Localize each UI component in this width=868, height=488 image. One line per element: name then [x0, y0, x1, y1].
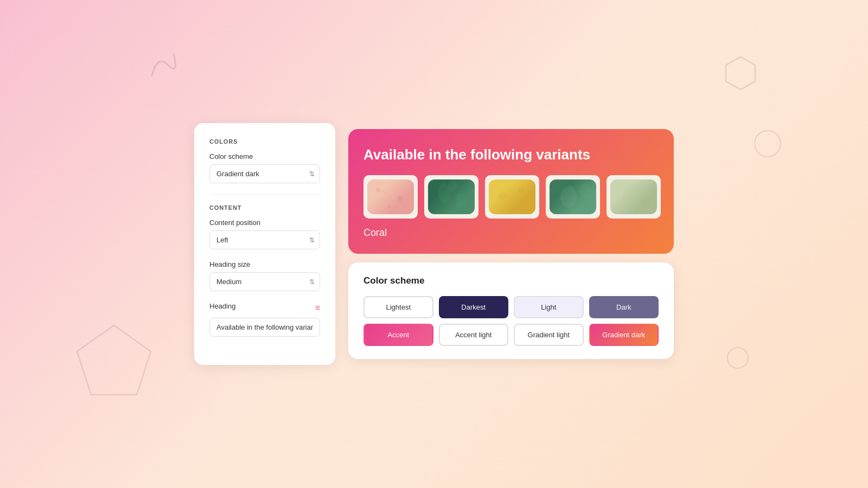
svg-point-10 — [518, 187, 525, 194]
heading-size-group: Heading size Small Medium Large ⇅ — [209, 260, 320, 291]
heading-size-select-wrapper: Small Medium Large ⇅ — [209, 272, 320, 291]
pillow-1-pattern — [367, 179, 414, 214]
svg-point-13 — [579, 183, 590, 198]
variant-btn-dark[interactable]: Dark — [589, 296, 659, 318]
pillow-2-pattern — [428, 179, 475, 214]
main-container: COLORS Color scheme Gradient dark Lighte… — [0, 0, 868, 488]
content-section-label: CONTENT — [209, 204, 320, 211]
pillow-5 — [610, 179, 657, 214]
svg-point-15 — [641, 200, 650, 208]
product-thumb-1[interactable] — [363, 175, 418, 219]
gradient-card: Available in the following variants — [348, 129, 674, 254]
variant-btn-gradient-light[interactable]: Gradient light — [514, 324, 584, 346]
variant-btn-gradient-dark[interactable]: Gradient dark — [589, 324, 659, 346]
settings-panel: COLORS Color scheme Gradient dark Lighte… — [194, 123, 335, 365]
color-scheme-label: Color scheme — [209, 152, 320, 160]
variant-btn-light[interactable]: Light — [514, 296, 584, 318]
heading-size-select[interactable]: Small Medium Large — [209, 272, 320, 291]
content-position-label: Content position — [209, 219, 320, 227]
pillow-3-pattern — [489, 179, 535, 214]
svg-point-7 — [455, 192, 466, 210]
heading-group: Heading ≡ — [209, 302, 320, 337]
colors-section-label: COLORS — [209, 138, 320, 145]
pillow-4 — [550, 179, 596, 214]
layers-icon: ≡ — [315, 303, 320, 313]
gradient-card-title: Available in the following variants — [363, 146, 659, 163]
variant-btn-accent-light[interactable]: Accent light — [439, 324, 509, 346]
content-position-group: Content position Left Center Right ⇅ — [209, 219, 320, 249]
svg-point-4 — [387, 205, 391, 208]
content-position-select-wrapper: Left Center Right ⇅ — [209, 230, 320, 249]
color-scheme-select-wrapper: Gradient dark Lightest Light Dark Darkes… — [209, 164, 320, 183]
divider-1 — [209, 194, 320, 195]
pillow-5-pattern — [610, 179, 657, 214]
svg-line-5 — [373, 185, 409, 209]
color-scheme-card-title: Color scheme — [363, 275, 659, 286]
pillow-1 — [367, 179, 414, 214]
product-grid — [363, 175, 659, 219]
pillow-2 — [428, 179, 475, 214]
variant-grid: Lightest Darkest Light Dark Accent Accen… — [363, 296, 659, 346]
svg-point-12 — [560, 186, 577, 208]
pillow-3 — [489, 179, 535, 214]
product-thumb-4[interactable] — [546, 175, 600, 219]
heading-input[interactable] — [209, 318, 320, 337]
svg-point-3 — [397, 196, 403, 201]
heading-row: Heading ≡ — [209, 302, 320, 314]
product-thumb-3[interactable] — [485, 175, 539, 219]
svg-point-9 — [498, 191, 507, 200]
variant-btn-darkest[interactable]: Darkest — [439, 296, 509, 318]
product-thumb-5[interactable] — [607, 175, 661, 219]
right-panel: Available in the following variants — [348, 129, 674, 359]
svg-point-11 — [513, 204, 519, 209]
variant-btn-accent[interactable]: Accent — [363, 324, 433, 346]
color-scheme-select[interactable]: Gradient dark Lightest Light Dark Darkes… — [209, 164, 320, 183]
pillow-4-pattern — [550, 179, 596, 214]
heading-label: Heading — [209, 302, 235, 310]
variant-btn-lightest[interactable]: Lightest — [363, 296, 433, 318]
color-scheme-group: Color scheme Gradient dark Lightest Ligh… — [209, 152, 320, 183]
svg-point-14 — [622, 184, 642, 208]
product-thumb-2[interactable] — [424, 175, 478, 219]
heading-size-label: Heading size — [209, 260, 320, 268]
color-scheme-card: Color scheme Lightest Darkest Light Dark… — [348, 262, 674, 359]
content-position-select[interactable]: Left Center Right — [209, 230, 320, 249]
coral-label: Coral — [363, 227, 659, 239]
